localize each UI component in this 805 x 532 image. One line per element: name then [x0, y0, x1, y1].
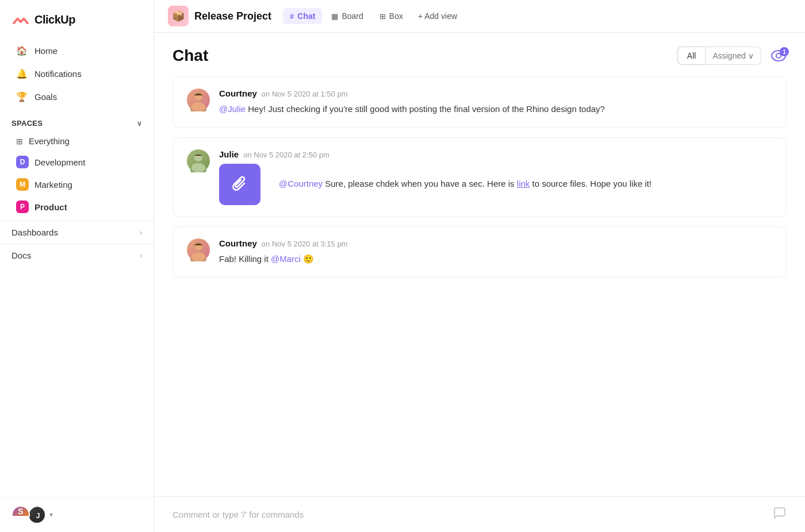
sidebar-item-development-label: Development [34, 157, 85, 167]
home-icon: 🏠 [16, 45, 28, 56]
sidebar-sections: Dashboards › Docs › [0, 218, 154, 269]
svg-point-13 [191, 252, 205, 261]
message-3-time: on Nov 5 2020 at 3:15 pm [262, 240, 348, 248]
message-3-after: 🙂 [301, 254, 314, 264]
tab-chat[interactable]: # Chat [283, 8, 322, 24]
sidebar-item-marketing[interactable]: M Marketing [5, 174, 149, 195]
avatar-user1[interactable]: S [12, 506, 30, 524]
message-3-content: Courtney on Nov 5 2020 at 3:15 pm Fab! K… [219, 238, 772, 266]
message-2-link[interactable]: link [517, 179, 530, 188]
tab-box[interactable]: ⊞ Box [373, 8, 410, 24]
sidebar-item-marketing-label: Marketing [34, 180, 72, 190]
avatar-courtney [187, 88, 210, 116]
add-view-label: + Add view [418, 11, 457, 21]
filter-assigned-button[interactable]: Assigned ∨ [705, 47, 761, 65]
watch-badge: 1 [780, 47, 789, 56]
clickup-logo-icon [12, 10, 30, 29]
avatar-user2[interactable]: J [28, 506, 46, 524]
message-1-author: Courtney [219, 88, 257, 98]
tab-board[interactable]: ▦ Board [324, 8, 370, 24]
spaces-chevron[interactable]: ∨ [137, 119, 142, 128]
sidebar-item-home-label: Home [34, 46, 57, 56]
mention-courtney[interactable]: @Courtney [279, 179, 323, 188]
message-1-text: @Julie Hey! Just checking if you're stil… [219, 103, 772, 116]
tab-board-label: Board [342, 11, 363, 21]
mention-julie[interactable]: @Julie [219, 104, 246, 114]
comment-area: Comment or type '/' for commands [154, 496, 805, 532]
spaces-label: Spaces [12, 119, 43, 128]
message-2-content: Julie on Nov 5 2020 at 2:50 pm @Courtney… [219, 149, 772, 205]
message-card: Julie on Nov 5 2020 at 2:50 pm @Courtney… [172, 137, 787, 217]
chat-header: Chat All Assigned ∨ 1 [172, 47, 787, 65]
attachment-icon[interactable] [219, 164, 260, 205]
chat-area: Chat All Assigned ∨ 1 [154, 33, 805, 496]
message-2-text: @Courtney Sure, please chdek when you ha… [279, 178, 651, 191]
sidebar-item-product[interactable]: P Product [5, 196, 149, 218]
dashboards-label: Dashboards [12, 228, 58, 237]
comment-bubble-icon [773, 506, 787, 523]
dashboards-arrow-icon: › [140, 228, 142, 237]
sidebar-item-docs[interactable]: Docs › [0, 244, 154, 267]
sidebar-nav: 🏠 Home 🔔 Notifications 🏆 Goals [0, 37, 154, 111]
sidebar-item-development[interactable]: D Development [5, 151, 149, 173]
assigned-chevron-icon: ∨ [748, 51, 754, 60]
message-3-before: Fab! Killing it [219, 254, 271, 264]
paperclip-icon [231, 175, 249, 194]
tab-chat-label: Chat [297, 11, 315, 21]
spaces-list: ⊞ Everything D Development M Marketing P… [0, 131, 154, 218]
add-view-button[interactable]: + Add view [412, 8, 463, 24]
avatar-s-letter: S [13, 507, 29, 516]
svg-point-5 [191, 102, 205, 111]
sidebar-item-product-label: Product [34, 202, 67, 212]
sidebar-item-everything[interactable]: ⊞ Everything [5, 132, 149, 151]
board-icon: ▦ [331, 12, 338, 21]
development-badge: D [16, 156, 29, 168]
sidebar-item-notifications[interactable]: 🔔 Notifications [5, 63, 149, 85]
message-3-text: Fab! Killing it @Marci 🙂 [219, 253, 772, 266]
logo: ClickUp [0, 0, 154, 37]
message-2-author: Julie [219, 149, 239, 159]
message-card: Courtney on Nov 5 2020 at 3:15 pm Fab! K… [172, 226, 787, 278]
message-2-body: @Courtney Sure, please chdek when you ha… [219, 164, 772, 205]
product-badge: P [16, 201, 29, 213]
docs-label: Docs [12, 250, 31, 260]
watch-icon-button[interactable]: 1 [770, 49, 787, 62]
mention-marci[interactable]: @Marci [271, 254, 301, 264]
top-bar: 📦 Release Project # Chat ▦ Board ⊞ Box +… [154, 0, 805, 33]
filter-assigned-label: Assigned [712, 51, 746, 60]
sidebar-item-home[interactable]: 🏠 Home [5, 40, 149, 62]
everything-icon: ⊞ [16, 137, 23, 146]
chat-hash-icon: # [290, 12, 294, 21]
message-3-author: Courtney [219, 238, 257, 248]
avatar-j-letter: J [29, 507, 46, 524]
logo-text: ClickUp [34, 13, 75, 26]
message-2-text-after-link: to source files. Hope you like it! [530, 179, 651, 188]
project-icon: 📦 [168, 6, 189, 26]
sidebar-item-goals-label: Goals [34, 92, 57, 102]
courtney-avatar-img [187, 88, 210, 111]
chat-title: Chat [172, 47, 208, 65]
main-content: 📦 Release Project # Chat ▦ Board ⊞ Box +… [154, 0, 805, 532]
docs-arrow-icon: › [140, 251, 142, 260]
message-1-time: on Nov 5 2020 at 1:50 pm [262, 90, 348, 98]
message-2-text-before-link: Sure, please chdek when you have a sec. … [323, 179, 517, 188]
spaces-header: Spaces ∨ [0, 111, 154, 131]
svg-point-9 [191, 163, 205, 172]
project-title: Release Project [194, 10, 271, 22]
message-1-header: Courtney on Nov 5 2020 at 1:50 pm [219, 88, 772, 98]
sidebar-item-notifications-label: Notifications [34, 69, 82, 79]
sidebar: ClickUp 🏠 Home 🔔 Notifications 🏆 Goals S… [0, 0, 154, 532]
message-1-content: Courtney on Nov 5 2020 at 1:50 pm @Julie… [219, 88, 772, 116]
filter-all-button[interactable]: All [677, 47, 706, 65]
sidebar-item-dashboards[interactable]: Dashboards › [0, 221, 154, 244]
marketing-badge: M [16, 178, 29, 191]
box-icon: ⊞ [379, 12, 386, 21]
message-2-time: on Nov 5 2020 at 2:50 pm [243, 151, 329, 159]
bell-icon: 🔔 [16, 68, 28, 79]
footer-chevron-icon[interactable]: ▾ [49, 511, 53, 519]
courtney-avatar-img-2 [187, 238, 210, 261]
message-card: Courtney on Nov 5 2020 at 1:50 pm @Julie… [172, 76, 787, 128]
sidebar-item-goals[interactable]: 🏆 Goals [5, 86, 149, 108]
avatar-julie [187, 149, 210, 205]
comment-placeholder[interactable]: Comment or type '/' for commands [172, 510, 304, 519]
